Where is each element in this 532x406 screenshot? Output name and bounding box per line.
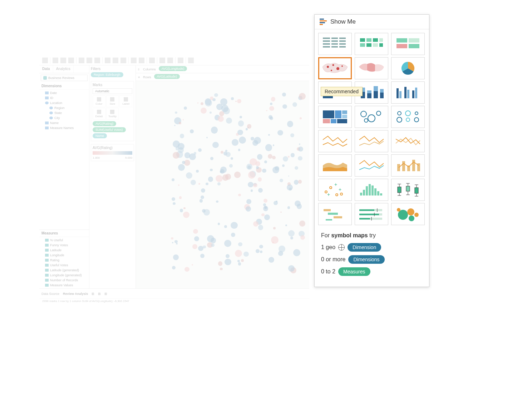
status-bar: 2998 marks 1 row by 1 column SUM of AVG(… [39, 298, 309, 305]
svg-rect-78 [369, 184, 371, 195]
svg-point-57 [398, 112, 401, 115]
chart-type-packed-bubbles[interactable] [391, 203, 425, 225]
tab-datasource[interactable]: Data Source [41, 292, 59, 296]
back-icon[interactable] [53, 58, 58, 63]
rows-pill[interactable]: AVG(Latitude) [154, 74, 180, 79]
chart-type-bullet-graph[interactable] [355, 203, 388, 225]
labels-icon[interactable] [149, 58, 155, 63]
marks-color[interactable]: Color [93, 95, 105, 107]
mark-pill-name[interactable]: Name [93, 133, 107, 138]
chart-type-side-by-side-bar[interactable] [391, 81, 425, 104]
marks-card: Marks Automatic Color Size Label Detail … [91, 81, 134, 141]
field-useful-pct[interactable]: % Useful [39, 238, 89, 243]
new-dashboard-icon[interactable]: ⊞ [98, 292, 101, 296]
new-worksheet-icon[interactable]: ⊞ [92, 292, 94, 296]
forward-icon[interactable] [60, 58, 66, 63]
mark-pill-useful[interactable]: SUM(Useful Votes) [93, 127, 126, 132]
main-toolbar [39, 55, 309, 65]
chart-type-text-table[interactable] [318, 33, 352, 55]
field-date[interactable]: Date [39, 90, 89, 95]
field-funny-votes[interactable]: Funny Votes [39, 243, 89, 248]
field-useful-votes[interactable]: Useful Votes [39, 263, 89, 268]
marks-detail[interactable]: Detail [93, 108, 105, 120]
field-state[interactable]: State [39, 110, 89, 115]
marks-type-dropdown[interactable]: Automatic [93, 88, 132, 94]
tab-review-analysis[interactable]: Review Analysis [63, 292, 88, 296]
new-story-icon[interactable]: ⊞ [104, 292, 107, 296]
logo-icon [42, 58, 48, 63]
field-latitude[interactable]: Latitude [39, 248, 89, 253]
showme-header[interactable]: Show Me [315, 15, 429, 29]
field-name[interactable]: Name [39, 120, 89, 125]
highlight-icon[interactable] [131, 58, 137, 63]
field-lat-gen[interactable]: Latitude (generated) [39, 268, 89, 273]
data-tab[interactable]: Data [39, 65, 53, 73]
fit-dropdown-icon[interactable] [167, 58, 173, 63]
sort-desc-icon[interactable] [120, 58, 126, 63]
field-long-gen[interactable]: Longitude (generated) [39, 273, 89, 278]
marks-size[interactable]: Size [106, 95, 119, 107]
chart-type-line-discrete[interactable] [355, 130, 388, 152]
marks-label-cell[interactable]: Label [119, 95, 132, 107]
chart-type-circle-views[interactable] [355, 106, 388, 128]
marks-tooltip[interactable]: Tooltip [106, 108, 119, 120]
svg-point-27 [341, 65, 343, 67]
analytics-tab[interactable]: Analytics [53, 65, 74, 73]
chart-type-box-and-whisker[interactable] [391, 179, 425, 201]
swap-icon[interactable] [105, 58, 110, 63]
field-num-records[interactable]: Number of Records [39, 278, 89, 283]
mark-pill-rating[interactable]: AVG(Rating) [93, 121, 116, 126]
field-region[interactable]: Region [39, 105, 89, 110]
svg-rect-0 [323, 38, 330, 39]
globe-icon [338, 244, 345, 251]
chart-type-histogram[interactable] [355, 179, 388, 201]
map-visualization[interactable] [136, 81, 309, 288]
columns-pill[interactable]: AVG(Longitude) [159, 66, 187, 71]
svg-rect-92 [415, 188, 418, 193]
filter-pill-region[interactable]: Region: Edinburgh [91, 72, 123, 77]
new-sheet-icon[interactable] [87, 58, 92, 63]
cards-icon[interactable] [178, 58, 183, 63]
chart-type-scatter-plot[interactable]: +++ [318, 179, 352, 201]
svg-point-53 [361, 111, 366, 117]
chart-type-pie-chart[interactable] [391, 57, 425, 79]
recommended-tooltip: Recommended [321, 87, 363, 96]
rows-shelf[interactable]: ≡Rows AVG(Latitude) [136, 73, 309, 81]
svg-point-72 [340, 193, 343, 195]
chart-type-gantt[interactable] [318, 203, 352, 225]
chart-type-highlight-table[interactable] [391, 33, 425, 55]
chart-type-area-continuous[interactable] [318, 154, 352, 177]
chart-type-grid: +++ [315, 29, 429, 229]
chart-type-line-continuous[interactable] [318, 130, 352, 152]
svg-rect-12 [360, 38, 365, 42]
datasource-selector[interactable]: Business Reviews [41, 75, 88, 81]
svg-rect-100 [359, 209, 374, 211]
chart-type-filled-map[interactable] [355, 57, 388, 79]
chart-type-treemap[interactable] [318, 106, 352, 128]
chart-type-heat-map[interactable] [355, 33, 388, 55]
new-datasource-icon[interactable] [79, 58, 84, 63]
field-location[interactable]: Location [39, 100, 89, 105]
svg-rect-41 [399, 91, 402, 98]
field-rating[interactable]: Rating [39, 258, 89, 263]
chart-type-side-by-side-circle[interactable] [391, 106, 425, 128]
field-measure-names[interactable]: Measure Names [39, 125, 89, 130]
save-icon[interactable] [68, 58, 74, 63]
field-longitude[interactable]: Longitude [39, 253, 89, 258]
columns-shelf[interactable]: ⫴Columns AVG(Longitude) [136, 65, 309, 73]
duplicate-icon[interactable] [94, 58, 100, 63]
field-id[interactable]: ID [39, 95, 89, 100]
sort-asc-icon[interactable] [113, 58, 118, 63]
chart-type-dual-line[interactable] [391, 130, 425, 152]
svg-rect-3 [323, 40, 330, 42]
chart-type-symbol-map[interactable] [318, 57, 352, 79]
chart-type-area-discrete[interactable] [355, 154, 388, 177]
chart-type-dual-combination[interactable] [391, 154, 425, 177]
field-city[interactable]: City [39, 115, 89, 120]
svg-point-58 [397, 117, 402, 122]
svg-point-109 [407, 208, 414, 216]
presentation-icon[interactable] [188, 58, 194, 63]
group-icon[interactable] [139, 58, 144, 63]
fit-icon[interactable] [159, 58, 165, 63]
field-measure-values[interactable]: Measure Values [39, 283, 89, 288]
